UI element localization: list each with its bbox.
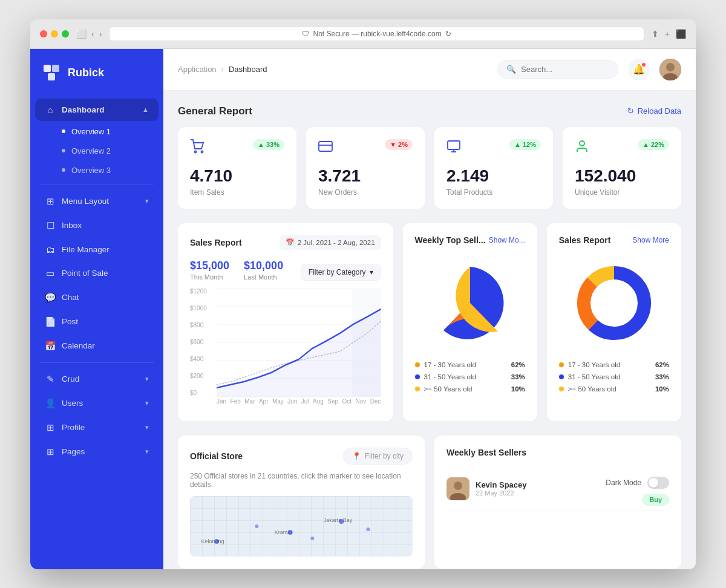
chat-icon: 💬 xyxy=(45,292,56,303)
x-label: Aug xyxy=(313,398,324,409)
pos-icon: ▭ xyxy=(45,268,56,279)
legend-item: 31 - 50 Years old 33% xyxy=(559,371,669,383)
search-input[interactable] xyxy=(521,65,609,74)
svg-point-32 xyxy=(366,528,370,531)
svg-rect-10 xyxy=(448,141,460,149)
svg-point-28 xyxy=(288,530,293,535)
general-report-title: General Report xyxy=(178,105,252,117)
y-label: $800 xyxy=(190,322,214,328)
toggle-knob xyxy=(649,478,658,488)
close-button[interactable] xyxy=(40,30,47,38)
chevron-down-icon: ▾ xyxy=(145,197,149,205)
sidebar-item-point-of-sale[interactable]: ▭ Point of Sale xyxy=(35,262,159,285)
chat-label: Chat xyxy=(62,293,79,302)
sidebar-item-chat[interactable]: 💬 Chat xyxy=(35,286,159,309)
badge-value: 33% xyxy=(266,141,280,148)
address-bar[interactable]: 🛡 Not Secure — rubick-vue.left4code.com … xyxy=(109,27,644,41)
legend-label: 31 - 50 Years old xyxy=(424,373,476,381)
sidebar-item-dashboard[interactable]: ⌂ Dashboard ▲ xyxy=(35,99,159,121)
weekly-sellers-title: Weekly Top Sell... xyxy=(415,235,486,245)
city-filter[interactable]: 📍 Filter by city xyxy=(343,448,413,465)
sidebar-item-menu-layout[interactable]: ⊞ Menu Layout ▾ xyxy=(35,190,159,213)
show-more-button[interactable]: Show Mo... xyxy=(489,236,525,244)
chevron-down-icon: ▾ xyxy=(370,268,373,276)
sidebar-item-file-manager[interactable]: 🗂 File Manager xyxy=(35,238,159,261)
date-filter[interactable]: 📅 2 Jul, 2021 - 2 Aug, 2021 xyxy=(280,235,381,250)
svg-point-27 xyxy=(214,539,219,544)
legend-dot-yellow xyxy=(559,387,564,391)
stat-card-top: ▲ 22% xyxy=(575,139,669,157)
sidebar-item-profile[interactable]: ⊞ Profile ▾ xyxy=(35,416,159,439)
sidebar-navigation: ⌂ Dashboard ▲ Overview 1 Overview 2 Over… xyxy=(30,93,163,569)
menu-layout-label: Menu Layout xyxy=(62,197,109,206)
stat-badge-new-orders: ▼ 2% xyxy=(385,139,413,150)
calendar-icon: 📅 xyxy=(286,238,294,247)
menu-layout-icon: ⊞ xyxy=(45,196,56,207)
x-label: May xyxy=(272,398,284,409)
x-axis-labels: Jan Feb Mar Apr May Jun Jul Aug Sep Oct xyxy=(217,398,381,409)
show-more-donut-button[interactable]: Show More xyxy=(632,236,669,244)
legend-left: >= 50 Years old xyxy=(559,385,616,393)
chevron-down-icon: ▾ xyxy=(145,399,149,407)
legend-pct: 62% xyxy=(655,361,669,368)
avatar[interactable] xyxy=(659,59,681,80)
y-axis-labels: $1200 $1000 $800 $600 $400 $200 $0 xyxy=(190,288,214,397)
stat-value-total-products: 2.149 xyxy=(446,166,541,186)
dark-mode-label: Dark Mode xyxy=(606,479,641,487)
last-month-label: Last Month xyxy=(244,273,283,281)
file-manager-label: File Manager xyxy=(62,245,110,254)
dashboard-label: Dashboard xyxy=(62,105,105,114)
legend-label: >= 50 Years old xyxy=(424,385,473,393)
reload-icon[interactable]: ↻ xyxy=(445,30,451,38)
svg-rect-8 xyxy=(319,142,332,151)
sellers-title: Weekly Best Sellers xyxy=(446,448,526,457)
chevron-down-icon: ▾ xyxy=(145,375,149,383)
line-chart-wrapper: $1200 $1000 $800 $600 $400 $200 $0 xyxy=(190,288,381,409)
main-content: Application › Dashboard 🔍 🔔 xyxy=(163,49,696,569)
reload-button[interactable]: ↻ Reload Data xyxy=(627,106,681,116)
pie-chart-svg xyxy=(428,261,512,345)
sidebar-item-crud[interactable]: ✎ Crud ▾ xyxy=(35,368,159,391)
forward-icon[interactable]: › xyxy=(99,29,102,39)
crud-label: Crud xyxy=(62,374,79,384)
official-store-header: Official Store 📍 Filter by city xyxy=(190,448,413,465)
new-tab-icon[interactable]: + xyxy=(665,29,670,39)
seller-badge[interactable]: Buy xyxy=(642,494,669,506)
sidebar-item-pages[interactable]: ⊞ Pages ▾ xyxy=(35,440,159,463)
sidebar-item-overview2[interactable]: Overview 2 xyxy=(35,142,159,160)
breadcrumb-parent: Application xyxy=(178,65,217,74)
legend-dot-blue xyxy=(559,374,564,379)
sidebar-item-post[interactable]: 📄 Post xyxy=(35,310,159,333)
sidebar-toggle-icon[interactable]: ⬜ xyxy=(76,29,87,39)
x-label: Feb xyxy=(231,398,241,409)
search-bar[interactable]: 🔍 xyxy=(497,60,618,79)
seller-name: Kevin Spacey xyxy=(476,480,600,489)
sidebar-item-users[interactable]: 👤 Users ▾ xyxy=(35,392,159,415)
svg-point-31 xyxy=(310,537,314,540)
maximize-button[interactable] xyxy=(62,30,69,38)
back-icon[interactable]: ‹ xyxy=(91,29,94,39)
dark-mode-toggle[interactable] xyxy=(647,477,669,489)
sidebar-item-calendar[interactable]: 📅 Calendar xyxy=(35,335,159,358)
sidebar-item-inbox[interactable]: ☐ Inbox xyxy=(35,214,159,237)
content-area: General Report ↻ Reload Data xyxy=(163,91,696,569)
sidebar-item-overview1[interactable]: Overview 1 xyxy=(35,122,159,141)
svg-rect-2 xyxy=(48,73,55,80)
notifications-button[interactable]: 🔔 xyxy=(628,59,650,80)
logo-text: Rubick xyxy=(68,67,104,79)
nav-controls: ⬜ ‹ › xyxy=(76,29,102,39)
stats-grid: ▲ 33% 4.710 Item Sales xyxy=(178,127,681,209)
inbox-label: Inbox xyxy=(62,221,82,230)
minimize-button[interactable] xyxy=(51,30,58,38)
dot-icon xyxy=(62,168,65,172)
home-icon: ⌂ xyxy=(45,105,56,115)
sidebar-item-overview3[interactable]: Overview 3 xyxy=(35,161,159,180)
official-store-card: Official Store 📍 Filter by city 250 Offi… xyxy=(178,436,425,569)
location-icon: 📍 xyxy=(352,452,361,460)
category-filter-dropdown[interactable]: Filter by Category ▾ xyxy=(301,264,381,281)
windows-icon[interactable]: ⬛ xyxy=(676,29,686,39)
breadcrumb-current: Dashboard xyxy=(229,65,267,74)
stat-badge-item-sales: ▲ 33% xyxy=(253,139,284,150)
badge-value: 2% xyxy=(398,141,408,148)
share-icon[interactable]: ⬆ xyxy=(652,29,659,39)
